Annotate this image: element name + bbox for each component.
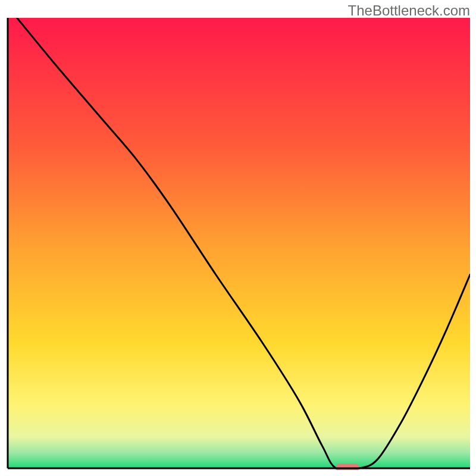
plot-area <box>6 18 470 470</box>
chart-svg <box>6 18 470 470</box>
chart-container: TheBottleneck.com <box>0 0 476 476</box>
gradient-background <box>8 18 470 468</box>
watermark-text: TheBottleneck.com <box>348 2 470 19</box>
